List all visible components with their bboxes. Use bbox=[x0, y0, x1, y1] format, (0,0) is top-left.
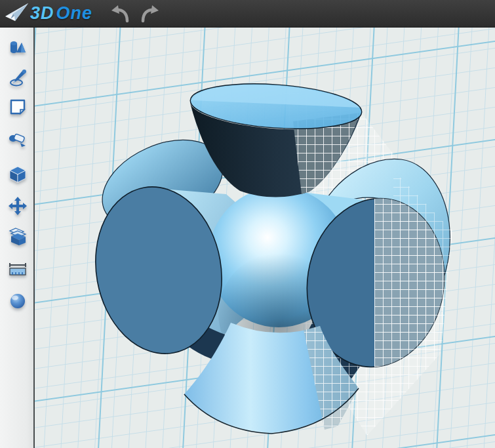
logo-text-one: One bbox=[56, 5, 93, 22]
sketch-pen-icon[interactable] bbox=[7, 67, 28, 88]
sketch-plane-icon[interactable] bbox=[7, 96, 28, 117]
top-toolbar: 3D One bbox=[0, 0, 495, 28]
redo-arrow-icon bbox=[140, 4, 159, 24]
measure-ruler-icon[interactable] bbox=[7, 258, 28, 279]
paper-plane-icon bbox=[4, 1, 30, 26]
move-arrows-icon[interactable] bbox=[7, 195, 28, 216]
undo-button[interactable] bbox=[109, 3, 132, 25]
scene-svg bbox=[35, 28, 495, 448]
cube-feature-icon[interactable] bbox=[7, 164, 28, 185]
tool-sidebar bbox=[0, 28, 35, 448]
3done-app-window: { "app": { "logo_part1": "3D", "logo_par… bbox=[0, 0, 495, 448]
combine-cube-icon[interactable] bbox=[7, 226, 28, 247]
primitive-solids-icon[interactable] bbox=[7, 37, 28, 58]
material-sphere-icon[interactable] bbox=[7, 291, 28, 312]
redo-button[interactable] bbox=[138, 3, 161, 25]
app-logo: 3D One bbox=[0, 1, 92, 26]
logo-text-3d: 3D bbox=[30, 5, 54, 22]
viewport-canvas[interactable] bbox=[35, 28, 495, 448]
undo-arrow-icon bbox=[111, 4, 130, 24]
trim-tool-icon[interactable] bbox=[7, 130, 28, 151]
